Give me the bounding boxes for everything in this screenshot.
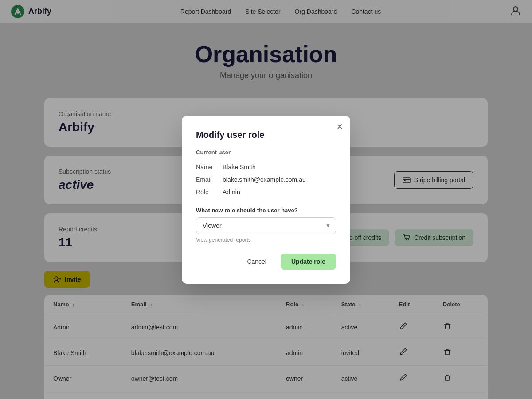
modal-user-name-row: Name Blake Smith — [196, 161, 336, 173]
cancel-button[interactable]: Cancel — [238, 254, 275, 270]
modal-section-label: Current user — [196, 149, 336, 156]
modal-user-role-row: Role Admin — [196, 186, 336, 198]
role-question: What new role should the user have? — [196, 207, 336, 214]
modal-name-label: Name — [196, 161, 223, 173]
modal-role-value: Admin — [223, 186, 336, 198]
modal-user-table: Name Blake Smith Email blake.smith@examp… — [196, 161, 336, 198]
role-select[interactable]: Viewer Admin Owner — [196, 217, 336, 234]
modal-role-label: Role — [196, 186, 223, 198]
modal-title: Modify user role — [196, 130, 336, 140]
modal-email-label: Email — [196, 173, 223, 186]
update-role-button[interactable]: Update role — [281, 254, 336, 270]
modify-role-modal: ✕ Modify user role Current user Name Bla… — [182, 116, 350, 284]
modal-email-value: blake.smith@example.com.au — [223, 173, 336, 186]
role-select-wrap: Viewer Admin Owner ▼ — [196, 217, 336, 234]
modal-user-email-row: Email blake.smith@example.com.au — [196, 173, 336, 186]
modal-actions: Cancel Update role — [196, 254, 336, 270]
modal-name-value: Blake Smith — [223, 161, 336, 173]
role-hint: View generated reports — [196, 237, 336, 243]
modal-close-btn[interactable]: ✕ — [336, 123, 343, 131]
modal-overlay: ✕ Modify user role Current user Name Bla… — [0, 0, 532, 399]
